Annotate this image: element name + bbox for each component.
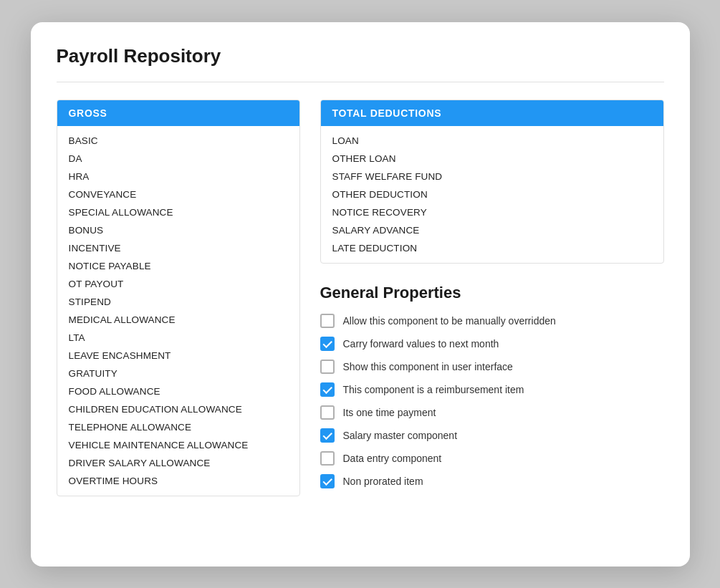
list-item: OVERTIME HOURS (57, 472, 299, 490)
checkboxes-container: Allow this component to be manually over… (320, 314, 664, 488)
checkbox-label: Carry forward values to next month (343, 338, 499, 350)
checkbox-row[interactable]: This component is a reimbursement item (320, 382, 664, 397)
checkbox-row[interactable]: Data entry component (320, 451, 664, 466)
list-item: OT PAYOUT (57, 275, 299, 293)
checkbox-box[interactable] (320, 474, 335, 488)
list-item: NOTICE PAYABLE (57, 257, 299, 275)
checkbox-row[interactable]: Allow this component to be manually over… (320, 314, 664, 328)
list-item: MEDICAL ALLOWANCE (57, 311, 299, 329)
checkbox-box[interactable] (320, 314, 335, 328)
list-item: LEAVE ENCASHMENT (57, 347, 299, 365)
list-item: SALARY ADVANCE (321, 221, 663, 239)
checkbox-label: Its one time payment (343, 407, 436, 418)
list-item: NOTICE RECOVERY (321, 203, 663, 221)
list-item: OTHER DEDUCTION (321, 185, 663, 203)
checkbox-box[interactable] (320, 405, 335, 420)
list-item: FOOD ALLOWANCE (57, 382, 299, 400)
list-item: BONUS (57, 221, 299, 239)
list-item: LTA (57, 329, 299, 347)
main-card: Payroll Repository GROSS BASICDAHRACONVE… (31, 22, 690, 567)
right-column: TOTAL DEDUCTIONS LOANOTHER LOANSTAFF WEL… (320, 100, 664, 497)
checkbox-box[interactable] (320, 337, 335, 351)
deductions-list: LOANOTHER LOANSTAFF WELFARE FUNDOTHER DE… (321, 126, 663, 263)
general-properties-section: General Properties Allow this component … (320, 281, 664, 497)
list-item: TELEPHONE ALLOWANCE (57, 418, 299, 436)
list-item: STIPEND (57, 293, 299, 311)
deductions-panel: TOTAL DEDUCTIONS LOANOTHER LOANSTAFF WEL… (320, 100, 664, 264)
list-item: INCENTIVE (57, 239, 299, 257)
gross-panel: GROSS BASICDAHRACONVEYANCESPECIAL ALLOWA… (57, 100, 300, 496)
checkbox-row[interactable]: Non prorated item (320, 474, 664, 488)
main-layout: GROSS BASICDAHRACONVEYANCESPECIAL ALLOWA… (57, 100, 664, 497)
list-item: OTHER LOAN (321, 150, 663, 168)
general-properties-title: General Properties (320, 284, 664, 302)
checkbox-label: Allow this component to be manually over… (343, 315, 556, 327)
list-item: SPECIAL ALLOWANCE (57, 203, 299, 221)
list-item: CHILDREN EDUCATION ALLOWANCE (57, 400, 299, 418)
checkbox-row[interactable]: Carry forward values to next month (320, 337, 664, 351)
title-divider (57, 82, 664, 82)
checkbox-label: Non prorated item (343, 476, 423, 487)
list-item: DRIVER SALARY ALLOWANCE (57, 454, 299, 472)
list-item: LATE DEDUCTION (321, 239, 663, 257)
list-item: LOAN (321, 132, 663, 150)
checkbox-box[interactable] (320, 451, 335, 466)
checkbox-box[interactable] (320, 428, 335, 443)
list-item: STAFF WELFARE FUND (321, 168, 663, 185)
list-item: HRA (57, 168, 299, 185)
checkbox-box[interactable] (320, 382, 335, 397)
checkbox-label: Data entry component (343, 453, 442, 464)
list-item: CONVEYANCE (57, 185, 299, 203)
checkbox-row[interactable]: Show this component in user interface (320, 360, 664, 374)
checkbox-label: Salary master component (343, 430, 458, 441)
list-item: GRATUITY (57, 365, 299, 382)
deductions-header: TOTAL DEDUCTIONS (321, 100, 663, 126)
checkbox-box[interactable] (320, 360, 335, 374)
checkbox-row[interactable]: Salary master component (320, 428, 664, 443)
list-item: DA (57, 150, 299, 168)
checkbox-label: Show this component in user interface (343, 361, 513, 372)
list-item: BASIC (57, 132, 299, 150)
gross-header: GROSS (57, 100, 299, 126)
list-item: VEHICLE MAINTENANCE ALLOWANCE (57, 436, 299, 454)
gross-list: BASICDAHRACONVEYANCESPECIAL ALLOWANCEBON… (57, 126, 299, 496)
checkbox-row[interactable]: Its one time payment (320, 405, 664, 420)
page-title: Payroll Repository (57, 45, 664, 67)
checkbox-label: This component is a reimbursement item (343, 384, 524, 395)
